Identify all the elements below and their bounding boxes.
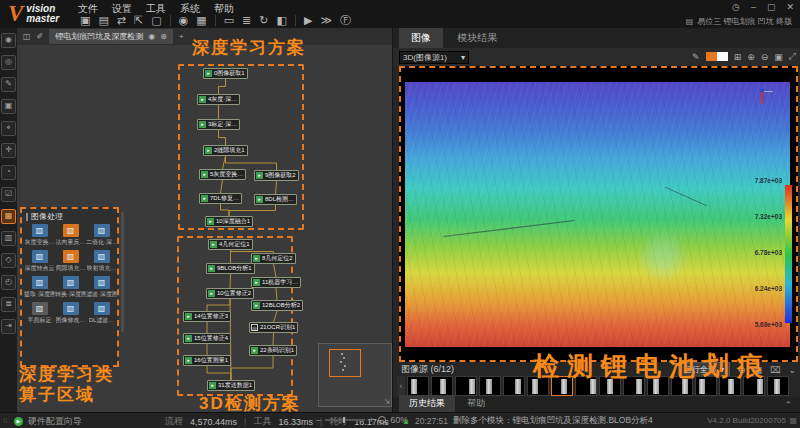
tool-color-icon[interactable]: ◔ xyxy=(1,165,16,180)
tool-measure-icon[interactable]: ◇ xyxy=(1,253,16,268)
flow-node-m11[interactable]: ▸11机器学习… xyxy=(251,277,301,288)
minimap-viewport[interactable] xyxy=(329,349,361,377)
operator-item[interactable]: ▧滤波·深度图 xyxy=(86,276,117,299)
compare-icon[interactable]: ◧ xyxy=(277,14,287,27)
operator-item[interactable]: ▧二值化·深… xyxy=(86,224,117,247)
card-icon[interactable]: ▭ xyxy=(224,14,234,27)
flow-node-n7[interactable]: ▸7DL修复… xyxy=(199,193,242,204)
depth-image-viewer[interactable]: 7.87e+037.32e+036.78e+036.24e+035.69e+03 xyxy=(399,66,798,362)
strip-scroll-left-button[interactable]: ‹ xyxy=(397,376,405,396)
operator-item[interactable]: ▧映射填充… xyxy=(86,250,117,273)
tool-layers-icon[interactable]: ▣ xyxy=(1,99,16,114)
minimize-button[interactable]: – xyxy=(751,2,756,12)
tool-edit-icon[interactable]: ✎ xyxy=(1,77,16,92)
image-thumbnail[interactable] xyxy=(407,376,429,396)
zoom-slider[interactable] xyxy=(325,419,365,421)
tool-target-icon[interactable]: ◎ xyxy=(1,55,16,70)
hardware-wizard[interactable]: ▶ 硬件配置向导 xyxy=(14,415,82,428)
tool-list-icon[interactable]: ≣ xyxy=(1,297,16,312)
flow-node-m21[interactable]: ◎21OCR识别1 xyxy=(249,322,298,333)
flow-node-n3[interactable]: ▸3标定·深… xyxy=(197,119,240,130)
zoom-out-icon[interactable]: ⊖ xyxy=(761,52,769,62)
tab-帮助[interactable]: 帮助 xyxy=(457,395,495,412)
tab-模块结果[interactable]: 模块结果 xyxy=(445,28,509,48)
flow-node-n4[interactable]: ▸4灰度·深… xyxy=(197,94,240,105)
import-icon[interactable]: ⇄ xyxy=(117,14,126,27)
expand-results-icon[interactable]: ⌃ xyxy=(784,400,792,410)
delete-image-button[interactable]: ⌧ xyxy=(770,365,780,375)
frame-icon[interactable]: Ⓕ xyxy=(340,13,351,28)
tool-transform-icon[interactable]: ✛ xyxy=(1,143,16,158)
flow-node-m22[interactable]: ▸22条码识别1 xyxy=(249,345,297,356)
flow-node-m14[interactable]: ▸14位置修正3 xyxy=(183,311,231,322)
flow-node-n0[interactable]: ▸0图像获取1 xyxy=(203,68,248,79)
accent-swatch[interactable] xyxy=(706,52,717,61)
flow-node-m12[interactable]: ▸12BLOB分析2 xyxy=(251,300,303,311)
image-thumbnail[interactable] xyxy=(503,376,525,396)
image-thumbnail[interactable] xyxy=(479,376,501,396)
tab-图像[interactable]: 图像 xyxy=(399,28,443,48)
window-icon[interactable]: ▢ xyxy=(151,14,161,27)
flow-node-n9[interactable]: ▸9图像获取2 xyxy=(254,170,299,181)
tool-history-icon[interactable]: ◴ xyxy=(1,275,16,290)
tab-历史结果[interactable]: 历史结果 xyxy=(399,395,455,412)
export-icon[interactable]: ⇱ xyxy=(134,14,143,27)
operator-scrollbar[interactable] xyxy=(121,212,124,332)
flow-node-n2[interactable]: ▸2缝隙填充1 xyxy=(203,145,248,156)
operator-item[interactable]: ▧DL滤波… xyxy=(86,302,117,325)
zoom-plus-icon[interactable]: + xyxy=(369,415,374,425)
run-icon[interactable]: ▶ xyxy=(304,14,312,27)
image-thumbnail[interactable] xyxy=(431,376,453,396)
fullscreen-icon[interactable]: ⤢ xyxy=(789,51,796,62)
flow-minimap[interactable]: ⇲ xyxy=(318,343,392,407)
operator-item[interactable]: ▧提取·深度图 xyxy=(24,276,55,299)
operator-item[interactable]: ▧法向量反… xyxy=(55,224,86,247)
operator-item[interactable]: ▧间隙填充… xyxy=(55,250,86,273)
flow-node-m10[interactable]: ▸10位置修正2 xyxy=(206,288,254,299)
collapse-strip-icon[interactable]: ⌄ xyxy=(788,365,796,375)
flow-node-m15[interactable]: ▸15位置修正4 xyxy=(183,333,231,344)
statusbar-menu-icon[interactable]: ▦ xyxy=(789,416,797,425)
minimap-resize-icon[interactable]: ⇲ xyxy=(384,398,390,406)
camera-icon[interactable]: ◉ xyxy=(179,14,189,27)
image-thumbnail[interactable] xyxy=(455,376,477,396)
refresh-icon[interactable]: ↻ xyxy=(259,14,268,27)
step-icon[interactable]: ≫ xyxy=(320,14,332,27)
list-icon[interactable]: ≣ xyxy=(242,14,251,27)
flow-canvas[interactable]: ◫ ✐ 锂电划痕凹坑及深度检测 ◉ ⊕ + ▸0图像获取1▸4灰度·深…▸3标定… xyxy=(17,28,392,412)
flow-node-m8[interactable]: ▸8几何定位2 xyxy=(251,253,296,264)
tool-chart-icon[interactable]: ▥ xyxy=(1,231,16,246)
operator-item[interactable]: ▧平面标定 xyxy=(24,302,55,325)
flow-node-m9[interactable]: ▸9BLOB分析1 xyxy=(206,263,255,274)
tool-check-icon[interactable]: ☑ xyxy=(1,187,16,202)
color-swatch[interactable] xyxy=(706,52,728,61)
zoom-in-icon[interactable]: ⊕ xyxy=(747,52,755,62)
flow-node-n5[interactable]: ▸5灰度变换… xyxy=(199,169,246,180)
pencil-icon[interactable]: ✎ xyxy=(692,52,700,62)
fit-view-icon[interactable]: ⊞ xyxy=(734,52,742,62)
latest-log-entry[interactable]: ▲ 20:27:51 删除多个模块：锂电划痕凹坑及深度检测.BLOB分析4 xyxy=(402,415,653,427)
flow-node-n8[interactable]: ▸8DL检测… xyxy=(254,194,297,205)
white-swatch[interactable] xyxy=(717,52,728,61)
open-icon[interactable]: ▤ xyxy=(98,14,108,27)
save-icon[interactable]: ▣ xyxy=(80,14,90,27)
operator-item[interactable]: ▧转换·深度图 xyxy=(55,276,86,299)
tool-capture-icon[interactable]: ⌖ xyxy=(1,121,16,136)
close-button[interactable]: ✕ xyxy=(786,2,794,12)
operator-item[interactable]: ▧灰度变换… xyxy=(24,224,55,247)
grid-icon[interactable]: ▦ xyxy=(196,14,206,27)
tool-deep-learning-icon[interactable]: ▦ xyxy=(1,209,16,224)
zoom-slider-handle[interactable] xyxy=(343,417,345,423)
tool-camera-icon[interactable]: ◉ xyxy=(1,33,16,48)
flow-node-n10[interactable]: ▸10深度融合1 xyxy=(205,216,253,227)
tool-output-icon[interactable]: ⇥ xyxy=(1,319,16,334)
operator-item[interactable]: ▧深度转点云 xyxy=(24,250,55,273)
flow-node-m31[interactable]: ▸31发送数据1 xyxy=(207,380,255,391)
clock-button[interactable]: ◷ xyxy=(732,2,740,12)
one-to-one-icon[interactable]: ▣ xyxy=(774,52,783,62)
flow-node-m16[interactable]: ▸16位置测量1 xyxy=(183,355,231,366)
zoom-minus-icon[interactable]: – xyxy=(316,415,321,425)
image-source-select[interactable]: 3D(图像源1) ▾ xyxy=(399,51,469,64)
flow-node-m4[interactable]: ▸4几何定位1 xyxy=(208,239,253,250)
restore-button[interactable]: ▢ xyxy=(767,2,776,12)
